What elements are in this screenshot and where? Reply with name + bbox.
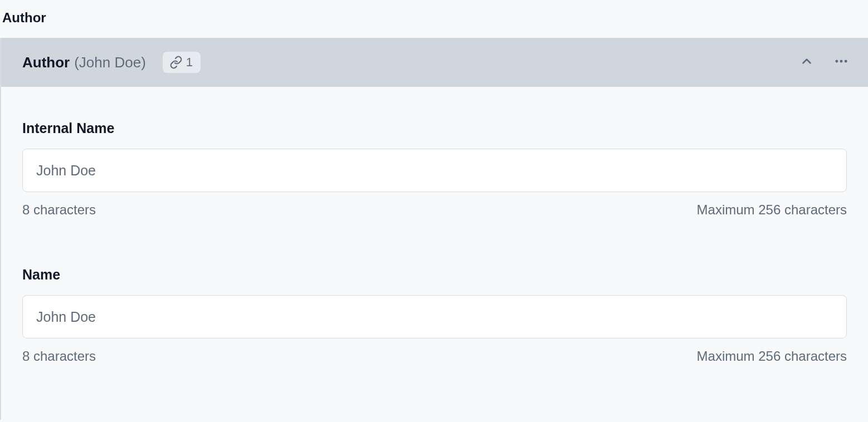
page: Author Author (John Doe) 1: [0, 0, 868, 422]
card-body: Internal Name 8 characters Maximum 256 c…: [1, 87, 868, 420]
svg-point-1: [840, 60, 843, 63]
char-count: 8 characters: [22, 202, 96, 218]
internal-name-input[interactable]: [22, 149, 847, 192]
field-name: Name 8 characters Maximum 256 characters: [22, 267, 847, 364]
field-internal-name: Internal Name 8 characters Maximum 256 c…: [22, 120, 847, 218]
svg-point-0: [835, 60, 838, 63]
char-max: Maximum 256 characters: [697, 349, 847, 364]
card-header-title: Author (John Doe): [22, 54, 146, 71]
collapse-button[interactable]: [794, 50, 819, 75]
char-max: Maximum 256 characters: [697, 202, 847, 218]
card-header[interactable]: Author (John Doe) 1: [1, 38, 868, 87]
char-count: 8 characters: [22, 349, 96, 364]
author-card: Author (John Doe) 1: [0, 38, 868, 420]
entry-type-label: Author: [22, 54, 70, 71]
link-count-value: 1: [186, 55, 193, 70]
svg-point-2: [845, 60, 847, 63]
link-icon: [169, 56, 183, 69]
field-hint-row: 8 characters Maximum 256 characters: [22, 202, 847, 218]
chevron-up-icon: [799, 54, 814, 71]
name-input[interactable]: [22, 295, 847, 338]
entry-display-name: (John Doe): [74, 54, 146, 71]
field-hint-row: 8 characters Maximum 256 characters: [22, 349, 847, 364]
more-actions-button[interactable]: [829, 50, 854, 75]
more-horizontal-icon: [833, 53, 849, 71]
section-title: Author: [0, 0, 868, 38]
field-label: Internal Name: [22, 120, 847, 136]
field-label: Name: [22, 267, 847, 283]
link-count-badge[interactable]: 1: [163, 52, 201, 73]
